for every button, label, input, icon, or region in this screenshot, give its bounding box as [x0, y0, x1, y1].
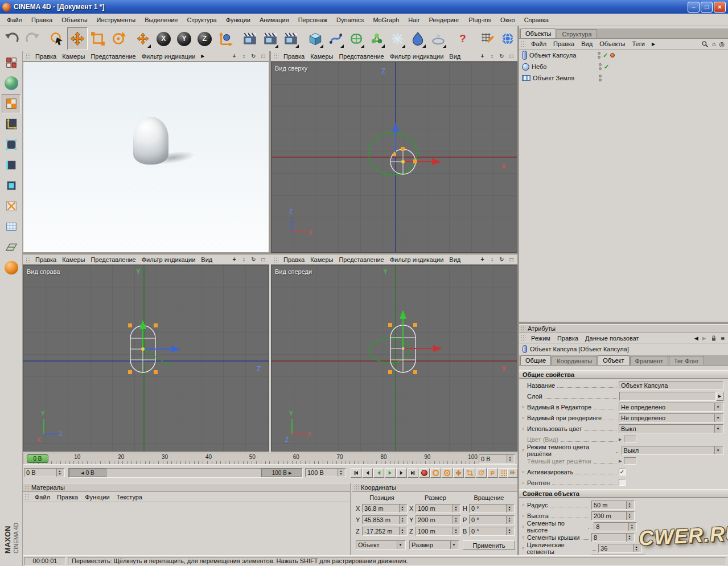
add-environment-icon[interactable]	[428, 27, 449, 50]
height-field[interactable]: 200 m	[591, 511, 635, 520]
live-selection-icon[interactable]	[47, 27, 67, 50]
zoom-view-icon[interactable]: ↕	[487, 255, 497, 264]
menu-item[interactable]: Анимация	[255, 15, 294, 25]
undo-button[interactable]	[2, 27, 22, 50]
size-x-field[interactable]: 100 m	[416, 504, 461, 513]
object-name[interactable]: Объект Капсула	[529, 52, 595, 59]
layer-field[interactable]	[619, 392, 716, 401]
spinner[interactable]	[626, 501, 632, 509]
rotation-segments-field[interactable]: 36	[598, 544, 641, 553]
viewport-menu-item-view[interactable]: Вид	[446, 53, 463, 60]
menu-item[interactable]: Выделение	[140, 15, 182, 25]
pan-view-icon[interactable]: +	[478, 52, 487, 61]
viewport-menu-item[interactable]: Камеры	[59, 256, 88, 263]
spinner[interactable]	[628, 523, 635, 531]
viewport-menu-item[interactable]: Правка	[32, 256, 59, 263]
visibility-dots-icon[interactable]	[598, 52, 601, 59]
viewport-menu-item-view[interactable]: Вид	[446, 256, 463, 263]
tab-objects[interactable]: Объекты	[520, 28, 556, 38]
cap-segments-field[interactable]: 8	[591, 533, 635, 542]
dropdown-arrow-icon[interactable]	[450, 541, 457, 549]
materials-menu-item[interactable]: Текстура	[113, 494, 146, 501]
add-particles-icon[interactable]	[387, 27, 408, 50]
radius-field[interactable]: 50 m	[591, 501, 635, 510]
spinner[interactable]	[507, 455, 513, 463]
expand-arrow-icon[interactable]: ▶	[619, 437, 622, 442]
current-frame-marker[interactable]: 0 B	[27, 454, 48, 463]
play-backwards-button[interactable]	[373, 468, 384, 478]
menu-item[interactable]: Персонаж	[294, 15, 332, 25]
range-end-field[interactable]: 100 B	[305, 468, 346, 477]
panel-grip-icon[interactable]	[26, 53, 31, 60]
enabled-checkbox[interactable]: ✓	[619, 469, 626, 475]
menu-item[interactable]: Правка	[27, 15, 57, 25]
make-editable-icon[interactable]	[2, 53, 21, 72]
rotate-view-icon[interactable]: ↻	[249, 255, 258, 264]
viewport-menu-item[interactable]: Правка	[281, 256, 307, 263]
menu-item[interactable]: Файл	[2, 15, 27, 25]
object-name[interactable]: Небо	[532, 63, 597, 70]
tab-phong[interactable]: Тег Фонг	[669, 356, 704, 365]
apply-button[interactable]: Применить	[463, 540, 515, 550]
object-axis-mode-icon[interactable]	[2, 114, 21, 134]
layer-picker-button[interactable]: ▶	[716, 392, 723, 401]
menu-item[interactable]: Hair	[404, 15, 424, 25]
attributes-menu-item[interactable]: Правка	[554, 335, 582, 342]
panel-grip-icon[interactable]	[521, 40, 526, 47]
viewport-top-canvas[interactable]: Z X Z X	[272, 62, 517, 252]
redo-button[interactable]	[22, 27, 43, 50]
key-rotation-toggle[interactable]	[476, 468, 487, 478]
menu-item[interactable]: MoGraph	[368, 15, 404, 25]
content-browser-icon[interactable]	[497, 27, 518, 50]
object-row-capsule[interactable]: Объект Капсула ✓	[519, 50, 728, 61]
history-back-icon[interactable]: ◀	[694, 335, 698, 341]
tab-coordinates[interactable]: Координаты	[552, 356, 597, 365]
xray-checkbox[interactable]	[619, 479, 626, 486]
tab-general[interactable]: Общие	[520, 355, 551, 365]
materials-menu-item[interactable]: Файл	[31, 494, 54, 501]
viewport-menu-item[interactable]: Представление	[88, 256, 138, 263]
tab-fragment[interactable]: Фрагмент	[630, 356, 668, 365]
materials-menu-item[interactable]: Функции	[81, 494, 113, 501]
panel-grip-icon[interactable]	[274, 256, 279, 263]
viewport-menu-item[interactable]: Фильтр индикации	[139, 256, 199, 263]
spinner[interactable]	[453, 516, 459, 524]
autokey-button[interactable]	[430, 468, 441, 478]
om-menu-item[interactable]: Объекты	[596, 40, 628, 47]
panel-menu-icon[interactable]: ≡	[721, 335, 725, 342]
maximize-button[interactable]: □	[701, 2, 713, 13]
object-name[interactable]: Объект Земля	[533, 75, 597, 81]
zoom-view-icon[interactable]: ↕	[239, 255, 249, 264]
lock-icon[interactable]	[710, 335, 717, 342]
titlebar[interactable]: CINEMA 4D - [Документ 1 *] – □ ×	[0, 0, 728, 14]
spinner[interactable]	[453, 505, 459, 512]
toggle-view-icon[interactable]: □	[258, 255, 268, 264]
render-picture-viewer-icon[interactable]	[260, 27, 281, 50]
zoom-view-icon[interactable]: ↕	[239, 52, 249, 61]
polygons-mode-icon[interactable]	[2, 176, 21, 195]
help-button[interactable]: ?	[453, 27, 473, 50]
use-color-dropdown[interactable]: Выкл	[619, 424, 723, 433]
viewport-menu-item[interactable]: Представление	[88, 53, 138, 60]
menu-item[interactable]: Объекты	[57, 15, 92, 25]
x-axis-lock-button[interactable]: X	[153, 27, 174, 50]
panel-grip-icon[interactable]	[521, 325, 526, 332]
menu-overflow-icon[interactable]: ▶	[198, 54, 207, 59]
viewport-menu-item[interactable]: Камеры	[307, 53, 336, 60]
phong-tag-icon[interactable]	[610, 53, 615, 58]
panel-grip-icon[interactable]	[354, 484, 359, 491]
viewport-top[interactable]: Z X Z X Вид сверху	[271, 61, 517, 253]
menu-overflow-icon[interactable]: ▶	[648, 42, 659, 47]
panel-grip-icon[interactable]	[521, 335, 526, 342]
viewport-menu-item-view[interactable]: Вид	[198, 256, 215, 263]
next-frame-button[interactable]	[396, 468, 407, 478]
spinner[interactable]	[626, 512, 632, 520]
add-nurbs-icon[interactable]	[346, 27, 367, 50]
om-menu-item[interactable]: Теги	[629, 40, 648, 47]
coord-size-dropdown[interactable]: Размер	[409, 540, 459, 549]
rotate-view-icon[interactable]: ↻	[497, 255, 507, 264]
dropdown-arrow-icon[interactable]	[397, 541, 404, 549]
expand-arrow-icon[interactable]: ▶	[619, 459, 622, 464]
om-menu-item[interactable]: Файл	[528, 40, 550, 47]
menu-item[interactable]: Dynamics	[332, 15, 368, 25]
